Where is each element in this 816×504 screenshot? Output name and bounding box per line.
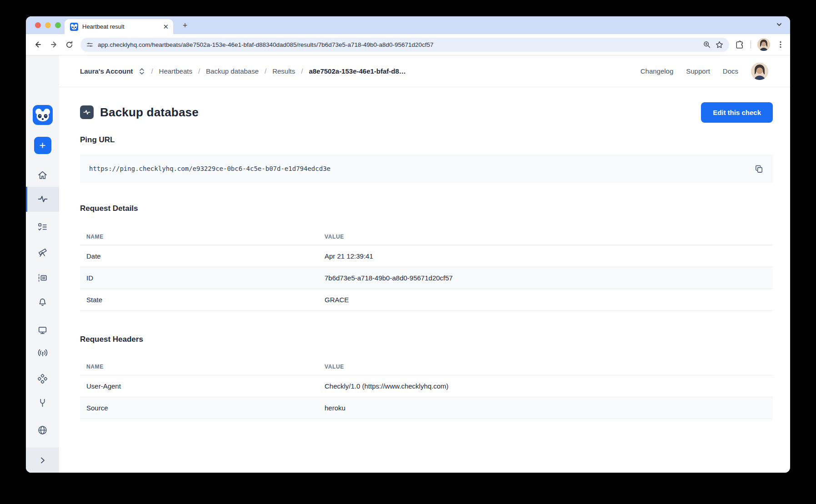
sidebar-item-maintenance[interactable] — [26, 269, 59, 286]
heartbeat-icon — [37, 194, 48, 205]
breadcrumb-separator: / — [265, 67, 266, 75]
browser-window: Heartbeat result ✕ + app.checklyhq.com/h… — [26, 16, 790, 473]
checkly-favicon-icon — [70, 23, 78, 31]
request-details-title: Request Details — [80, 204, 773, 214]
table-row: State GRACE — [80, 289, 773, 310]
zoom-page-icon[interactable] — [703, 40, 711, 49]
table-header-row: NAME VALUE — [80, 359, 773, 375]
zoom-window-button[interactable] — [55, 22, 61, 28]
copy-icon[interactable] — [754, 164, 764, 174]
page-title: Backup database — [100, 105, 199, 120]
sidebar-item-home[interactable] — [26, 167, 59, 183]
app-root: + — [26, 55, 790, 473]
column-header-value: VALUE — [318, 359, 773, 375]
cell-value: Checkly/1.0 (https://www.checklyhq.com) — [318, 375, 773, 397]
address-bar[interactable]: app.checklyhq.com/heartbeats/a8e7502a-15… — [80, 38, 729, 52]
checklist-icon — [37, 222, 48, 232]
cell-value: heroku — [318, 397, 773, 419]
sidebar-expand-bar[interactable] — [26, 448, 59, 473]
sidebar: + — [26, 55, 59, 473]
user-avatar[interactable] — [751, 63, 768, 80]
extensions-puzzle-icon[interactable] — [735, 40, 744, 50]
request-details-table: NAME VALUE Date Apr 21 12:39:41 ID — [80, 228, 773, 311]
main-area: Laura's Account / Heartbeats / Backup da… — [59, 55, 790, 473]
bookmark-star-icon[interactable] — [715, 40, 724, 49]
breadcrumb-separator: / — [151, 67, 153, 75]
breadcrumb-current-id: a8e7502a-153e-46e1-bfaf-d8… — [309, 67, 405, 75]
list-box-icon — [37, 273, 48, 283]
broadcast-icon — [37, 347, 48, 358]
back-icon[interactable] — [30, 37, 46, 52]
sidebar-item-alerts[interactable] — [26, 293, 59, 309]
heartbeat-check-icon — [80, 105, 94, 119]
chevron-right-icon — [38, 456, 47, 465]
request-headers-title: Request Headers — [80, 334, 773, 344]
breadcrumb-separator: / — [301, 67, 303, 75]
column-header-value: VALUE — [318, 228, 773, 245]
monitor-icon — [37, 325, 48, 335]
site-info-icon[interactable] — [86, 41, 94, 49]
table-header-row: NAME VALUE — [80, 228, 773, 245]
sidebar-item-explore[interactable] — [26, 244, 59, 260]
page-content: Backup database Edit this check Ping URL… — [59, 87, 790, 419]
cell-value: Apr 21 12:39:41 — [318, 245, 773, 267]
topbar-links: Changelog Support Docs — [641, 67, 738, 75]
toolbar-right-cluster — [735, 38, 785, 51]
sidebar-item-broadcast[interactable] — [26, 344, 59, 361]
docs-link[interactable]: Docs — [723, 67, 738, 75]
page-title-row: Backup database Edit this check — [80, 102, 773, 123]
sidebar-item-locations[interactable] — [26, 422, 59, 438]
browser-toolbar: app.checklyhq.com/heartbeats/a8e7502a-15… — [26, 34, 790, 55]
tab-close-icon[interactable]: ✕ — [163, 23, 169, 30]
breadcrumb-results[interactable]: Results — [272, 67, 295, 75]
cell-value: 7b6d73e5-a718-49b0-a8d0-95671d20cf57 — [318, 267, 773, 289]
sidebar-item-settings[interactable] — [26, 394, 59, 411]
sidebar-item-logo[interactable] — [26, 103, 59, 127]
breadcrumb: Laura's Account / Heartbeats / Backup da… — [80, 67, 406, 75]
plus-icon: + — [34, 137, 51, 154]
table-row: ID 7b6d73e5-a718-49b0-a8d0-95671d20cf57 — [80, 267, 773, 289]
sidebar-item-checks[interactable] — [26, 219, 59, 235]
support-link[interactable]: Support — [686, 67, 710, 75]
ping-url-label: Ping URL — [80, 135, 773, 145]
sidebar-item-heartbeats[interactable] — [26, 191, 59, 207]
close-window-button[interactable] — [35, 22, 41, 28]
breadcrumb-check[interactable]: Backup database — [206, 67, 259, 75]
ping-url-value[interactable]: https://ping.checklyhq.com/e93229ce-0bc6… — [89, 165, 754, 172]
globe-icon — [37, 425, 48, 435]
reload-icon[interactable] — [61, 37, 77, 52]
cell-name: Source — [80, 397, 318, 419]
forward-icon[interactable] — [46, 37, 61, 52]
wrench-icon — [37, 398, 48, 408]
tab-strip: Heartbeat result ✕ + — [26, 16, 790, 34]
browser-tab[interactable]: Heartbeat result ✕ — [65, 19, 173, 34]
browser-profile-avatar[interactable] — [757, 38, 770, 51]
minimize-window-button[interactable] — [45, 22, 51, 28]
cell-name: ID — [80, 267, 318, 289]
ping-url-box: https://ping.checklyhq.com/e93229ce-0bc6… — [80, 155, 773, 183]
cell-value: GRACE — [318, 289, 773, 310]
sidebar-item-dashboards[interactable] — [26, 322, 59, 338]
breadcrumb-heartbeats[interactable]: Heartbeats — [159, 67, 192, 75]
nodes-icon — [37, 374, 48, 384]
telescope-icon — [37, 247, 48, 257]
tab-search-chevron-icon[interactable] — [776, 21, 783, 28]
menu-kebab-icon[interactable] — [776, 40, 785, 49]
window-controls[interactable] — [35, 22, 61, 28]
account-switcher-chevrons-icon[interactable] — [139, 68, 145, 75]
column-header-name: NAME — [80, 359, 318, 375]
edit-check-button[interactable]: Edit this check — [701, 102, 773, 123]
bell-icon — [37, 296, 48, 307]
changelog-link[interactable]: Changelog — [641, 67, 674, 75]
cell-name: User-Agent — [80, 375, 318, 397]
sidebar-item-create[interactable]: + — [26, 137, 59, 154]
toolbar-separator — [751, 40, 751, 49]
new-tab-button[interactable]: + — [180, 20, 190, 31]
table-row: User-Agent Checkly/1.0 (https://www.chec… — [80, 375, 773, 397]
cell-name: State — [80, 289, 318, 310]
account-switcher[interactable]: Laura's Account — [80, 67, 133, 75]
request-headers-table: NAME VALUE User-Agent Checkly/1.0 (https… — [80, 359, 773, 419]
table-row: Source heroku — [80, 397, 773, 419]
sidebar-item-integrations[interactable] — [26, 370, 59, 387]
url-text[interactable]: app.checklyhq.com/heartbeats/a8e7502a-15… — [98, 41, 699, 48]
